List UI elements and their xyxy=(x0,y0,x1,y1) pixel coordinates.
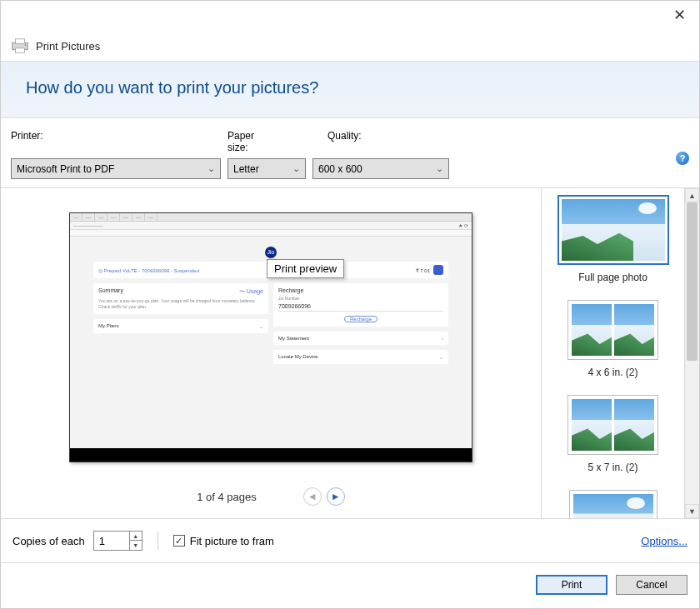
window-header: Print Pictures xyxy=(1,34,699,61)
quality-label: Quality: xyxy=(328,130,411,153)
copies-down-button[interactable]: ▼ xyxy=(130,541,142,550)
next-page-button[interactable]: ► xyxy=(327,487,345,506)
instruction-bar: How do you want to print your pictures? xyxy=(1,61,699,118)
layout-list: Full page photo 4 x 6 in. (2) 5 x 7 in. … xyxy=(542,188,685,518)
scrollbar-thumb[interactable] xyxy=(687,202,698,361)
options-link[interactable]: Options... xyxy=(641,535,688,547)
chevron-down-icon: ⌄ xyxy=(208,163,215,174)
preview-tooltip: Print preview xyxy=(267,259,344,278)
divider xyxy=(158,532,158,550)
layout-label: 4 x 6 in. (2) xyxy=(548,367,678,378)
copies-label: Copies of each xyxy=(12,535,85,547)
layout-label: Full page photo xyxy=(548,272,678,283)
fit-picture-label: Fit picture to fram xyxy=(190,535,274,547)
chevron-down-icon: ⌄ xyxy=(436,163,443,174)
cancel-button[interactable]: Cancel xyxy=(616,575,688,595)
paper-size-label: Paper size: xyxy=(228,130,278,153)
layout-scrollbar[interactable]: ▲ ▼ xyxy=(685,188,699,518)
close-button[interactable]: ✕ xyxy=(671,6,688,24)
svg-point-3 xyxy=(25,44,27,46)
scroll-up-icon[interactable]: ▲ xyxy=(685,188,699,202)
jio-logo: Jio xyxy=(265,247,277,258)
svg-rect-1 xyxy=(16,39,25,44)
copies-spinner[interactable]: ▲ ▼ xyxy=(93,531,142,551)
fit-picture-checkbox[interactable]: ✓ xyxy=(173,535,185,547)
prev-page-button[interactable]: ◄ xyxy=(303,487,322,506)
preview-image: ⋯⋯⋯⋯⋯⋯⋯ ⋯⋯⋯⋯⋯⋯★ ⟳ Jio ◎ Prepaid VoLTE - … xyxy=(69,212,472,462)
layout-option-partial[interactable] xyxy=(548,490,678,518)
svg-rect-2 xyxy=(16,48,25,53)
quality-value: 600 x 600 xyxy=(318,163,362,175)
paper-size-dropdown[interactable]: Letter ⌄ xyxy=(228,158,306,179)
scroll-down-icon[interactable]: ▼ xyxy=(685,504,699,518)
paper-size-value: Letter xyxy=(233,163,259,175)
copies-up-button[interactable]: ▲ xyxy=(130,532,142,541)
pager-text: 1 of 4 pages xyxy=(197,491,257,503)
help-icon[interactable]: ? xyxy=(676,152,689,165)
preview-pane: ⋯⋯⋯⋯⋯⋯⋯ ⋯⋯⋯⋯⋯⋯★ ⟳ Jio ◎ Prepaid VoLTE - … xyxy=(1,188,542,518)
layout-label: 5 x 7 in. (2) xyxy=(548,462,678,473)
window-title: Print Pictures xyxy=(36,40,100,52)
printer-label: Printer: xyxy=(11,130,178,153)
printer-value: Microsoft Print to PDF xyxy=(17,163,114,175)
layout-option-5x7[interactable]: 5 x 7 in. (2) xyxy=(548,395,678,473)
print-button[interactable]: Print xyxy=(536,575,608,595)
layout-option-full-page[interactable]: Full page photo xyxy=(548,195,678,283)
copies-input[interactable] xyxy=(94,532,129,550)
quality-dropdown[interactable]: 600 x 600 ⌄ xyxy=(312,158,449,179)
printer-dropdown[interactable]: Microsoft Print to PDF ⌄ xyxy=(11,158,221,179)
chevron-down-icon: ⌄ xyxy=(292,163,300,174)
printer-icon xyxy=(11,37,29,54)
layout-option-4x6[interactable]: 4 x 6 in. (2) xyxy=(548,300,678,378)
instruction-heading: How do you want to print your pictures? xyxy=(26,78,674,97)
